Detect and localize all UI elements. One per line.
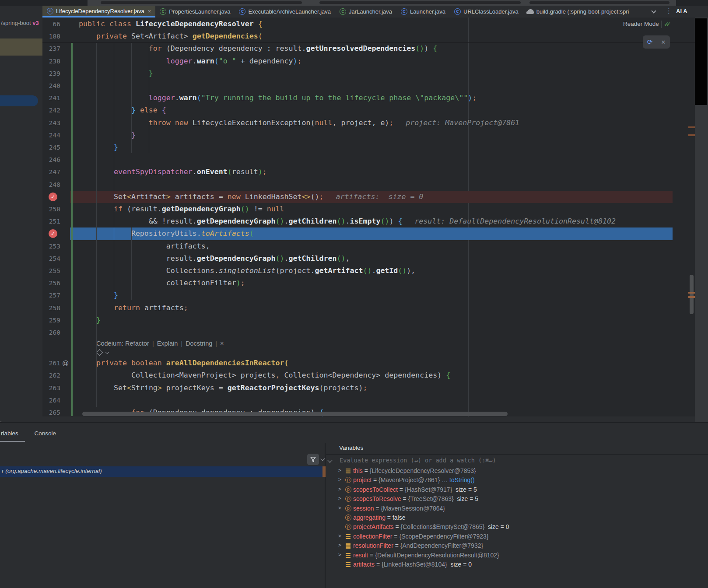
tab-close-icon[interactable]: × bbox=[148, 8, 151, 14]
code-line[interactable]: 245 } bbox=[42, 141, 695, 154]
code-line[interactable]: 239 } bbox=[42, 67, 695, 80]
variable-row[interactable]: pprojectArtifacts = {Collections$EmptySe… bbox=[326, 522, 708, 532]
line-number[interactable]: 66 bbox=[42, 18, 60, 30]
close-icon[interactable]: ✕ bbox=[661, 39, 666, 46]
code-line[interactable]: 260 bbox=[42, 326, 695, 339]
code-line[interactable]: 188 private Set<Artifact> getDependencie… bbox=[42, 30, 695, 43]
line-number[interactable]: 237 bbox=[42, 42, 60, 55]
line-number[interactable]: 265 bbox=[42, 406, 60, 416]
line-number[interactable]: 255 bbox=[42, 265, 60, 277]
line-number[interactable]: 242 bbox=[42, 104, 60, 116]
expand-chevron-icon[interactable]: > bbox=[338, 495, 341, 501]
code-line[interactable]: 255 Collections.singletonList(project.ge… bbox=[42, 265, 695, 277]
code-line[interactable]: 242 } else { bbox=[42, 104, 695, 117]
filter-button[interactable] bbox=[307, 454, 319, 465]
editor-tab[interactable]: build.gradle (:spring-boot-project:spri bbox=[523, 6, 634, 18]
error-stripe-mark[interactable] bbox=[688, 134, 695, 136]
editor-tab[interactable]: CPropertiesLauncher.java bbox=[155, 6, 235, 18]
variable-row[interactable]: artifacts = {LinkedHashSet@8104} size = … bbox=[326, 560, 708, 569]
expand-chevron-icon[interactable]: > bbox=[338, 467, 341, 473]
line-number[interactable]: 247 bbox=[42, 166, 60, 178]
code-line[interactable]: 246 bbox=[42, 154, 695, 166]
frame-selected-row[interactable]: r (org.apache.maven.lifecycle.internal) bbox=[0, 466, 322, 477]
editor-tab[interactable]: CLifecycleDependencyResolver.java× bbox=[42, 6, 155, 18]
ai-assistant-label[interactable]: AI A bbox=[676, 8, 687, 14]
code-line[interactable]: 244 } bbox=[42, 129, 695, 142]
line-number[interactable]: 254 bbox=[42, 252, 60, 265]
editor-tab[interactable]: CExecutableArchiveLauncher.java bbox=[235, 6, 335, 18]
code-line[interactable]: 263 Set<String> projectKeys = getReactor… bbox=[42, 382, 695, 395]
code-line[interactable]: 66public class LifecycleDependencyResolv… bbox=[42, 18, 695, 31]
code-line[interactable]: 237 for (Dependency dependency : result.… bbox=[42, 42, 695, 55]
code-line[interactable]: 238 logger.warn("o " + dependency); bbox=[42, 55, 695, 68]
codeium-chevron-icon[interactable] bbox=[105, 350, 109, 354]
tostring-link[interactable]: toString() bbox=[449, 476, 475, 483]
line-number[interactable]: 256 bbox=[42, 277, 60, 289]
tab-overflow-chevron-icon[interactable] bbox=[651, 8, 656, 13]
expand-chevron-icon[interactable]: > bbox=[338, 505, 341, 511]
line-number[interactable]: 238 bbox=[42, 55, 60, 67]
variable-row[interactable]: >psession = {MavenSession@7864} bbox=[326, 504, 708, 513]
ai-suggest-icon[interactable]: ⟳ bbox=[647, 38, 653, 46]
code-line[interactable]: 240 bbox=[42, 80, 695, 92]
line-number[interactable]: 260 bbox=[42, 326, 60, 339]
debug-tab-riables[interactable]: riables bbox=[1, 430, 18, 437]
codeium-icon[interactable] bbox=[96, 349, 103, 356]
line-number[interactable]: 239 bbox=[42, 67, 60, 80]
codeium-action[interactable]: Docstring bbox=[186, 340, 212, 347]
code-line[interactable]: 248 bbox=[42, 178, 695, 191]
variable-row[interactable]: >this = {LifecycleDependencyResolver@785… bbox=[326, 466, 708, 476]
editor-vertical-scrollbar[interactable] bbox=[690, 275, 694, 314]
codeium-action[interactable]: Explain bbox=[157, 340, 178, 347]
codeium-action[interactable]: Codeium: Refactor bbox=[96, 340, 149, 347]
line-number[interactable]: 258 bbox=[42, 302, 60, 314]
ai-floating-toolbar[interactable]: ⟳ ✕ bbox=[643, 35, 670, 49]
editor-horizontal-scrollbar[interactable] bbox=[82, 412, 508, 416]
variable-row[interactable]: >pproject = {MavenProject@7861} … toStri… bbox=[326, 476, 708, 485]
code-line[interactable]: 262 Collection<MavenProject> projects, C… bbox=[42, 369, 695, 382]
code-line[interactable]: 254 result.getDependencyGraph().getChild… bbox=[42, 252, 695, 265]
variable-row[interactable]: >resolutionFilter = {AndDependencyFilter… bbox=[326, 541, 708, 550]
panel-divider[interactable] bbox=[325, 443, 326, 588]
variable-row[interactable]: >pscopesToResolve = {TreeSet@7863} size … bbox=[326, 494, 708, 504]
project-name[interactable]: /spring-boot v3 bbox=[1, 20, 39, 26]
expand-chevron-icon[interactable]: > bbox=[338, 476, 341, 483]
code-line[interactable]: 257 } bbox=[42, 289, 695, 302]
line-number[interactable]: 263 bbox=[42, 382, 60, 394]
line-number[interactable]: 245 bbox=[42, 141, 60, 154]
evaluate-chevron-icon[interactable] bbox=[327, 458, 332, 462]
line-number[interactable]: 259 bbox=[42, 314, 60, 326]
analysis-ok-icon[interactable]: ✓✓ bbox=[664, 21, 668, 28]
line-number[interactable]: 250 bbox=[42, 203, 60, 215]
editor-tab[interactable]: CURLClassLoader.java bbox=[450, 6, 523, 18]
code-line[interactable]: 258 return artifacts; bbox=[42, 302, 695, 315]
tab-options-icon[interactable]: ⋮ bbox=[666, 7, 672, 15]
code-line[interactable]: 256 collectionFilter); bbox=[42, 277, 695, 290]
line-number[interactable]: 244 bbox=[42, 129, 60, 141]
variable-row[interactable]: >pscopesToCollect = {HashSet@7917} size … bbox=[326, 485, 708, 494]
line-number[interactable]: 248 bbox=[42, 178, 60, 191]
code-line[interactable]: 241 logger.warn("Try running the build u… bbox=[42, 92, 695, 105]
line-number[interactable]: 262 bbox=[42, 369, 60, 382]
debug-tab-console[interactable]: Console bbox=[34, 430, 56, 437]
line-number[interactable]: 188 bbox=[42, 30, 60, 42]
line-number[interactable]: 246 bbox=[42, 154, 60, 166]
code-line[interactable]: 261@ private boolean areAllDependenciesI… bbox=[42, 357, 695, 370]
error-stripe-mark[interactable] bbox=[688, 126, 695, 128]
project-tree-selected-row[interactable] bbox=[0, 95, 38, 106]
variable-row[interactable]: >collectionFilter = {ScopeDependencyFilt… bbox=[326, 532, 708, 541]
line-number[interactable]: 251 bbox=[42, 215, 60, 228]
expand-chevron-icon[interactable]: > bbox=[338, 486, 341, 492]
code-line[interactable]: 264 bbox=[42, 394, 695, 407]
error-stripe-mark[interactable] bbox=[688, 296, 695, 298]
breakpoint-icon[interactable]: ✓ bbox=[49, 192, 57, 201]
code-line[interactable]: 243 throw new LifecycleExecutionExceptio… bbox=[42, 117, 695, 130]
code-line[interactable]: 259 } bbox=[42, 314, 695, 327]
expand-chevron-icon[interactable]: > bbox=[338, 552, 341, 558]
line-number[interactable]: 257 bbox=[42, 289, 60, 301]
code-line[interactable]: ✓ RepositoryUtils.toArtifacts( bbox=[42, 228, 695, 240]
codeium-overlay[interactable]: Codeium: Refactor|Explain|Docstring|× bbox=[96, 339, 224, 348]
breakpoint-icon[interactable]: ✓ bbox=[49, 229, 57, 238]
codeium-action[interactable]: × bbox=[220, 340, 224, 347]
line-number[interactable]: 261 bbox=[42, 357, 60, 369]
